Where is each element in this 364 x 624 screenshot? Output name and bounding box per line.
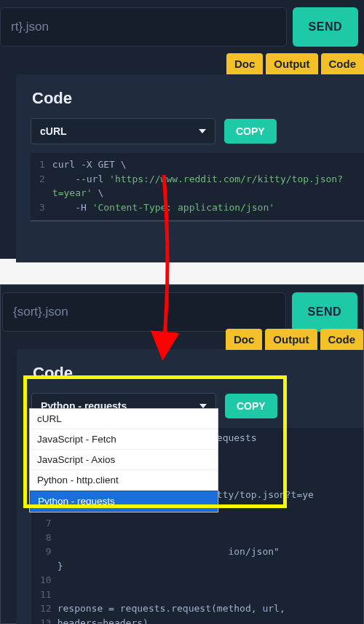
chevron-down-icon [199, 129, 206, 133]
copy-button[interactable]: COPY [224, 119, 277, 144]
tab-bar: Doc Output Code [226, 53, 364, 74]
dropdown-option-curl[interactable]: cURL [30, 409, 218, 429]
url-input[interactable]: {sort}.json [2, 292, 286, 332]
code-content: curl -X GET \ --url 'https://www.reddit.… [52, 157, 343, 214]
send-button[interactable]: SEND [293, 7, 358, 47]
language-select-value: cURL [40, 125, 67, 137]
tab-bar: Doc Output Code [226, 329, 363, 350]
section-title: Code [16, 74, 364, 118]
code-block: 123 curl -X GET \ --url 'https://www.red… [31, 153, 364, 222]
dropdown-option-js-fetch[interactable]: JavaScript - Fetch [30, 429, 218, 450]
copy-button[interactable]: COPY [225, 394, 277, 418]
tab-doc[interactable]: Doc [226, 329, 262, 350]
dropdown-option-python-httpclient[interactable]: Python - http.client [30, 470, 218, 491]
tab-doc[interactable]: Doc [226, 53, 263, 74]
line-numbers: 123 [31, 157, 52, 214]
url-bar: rt}.json SEND [0, 0, 364, 54]
language-dropdown-menu[interactable]: cURL JavaScript - Fetch JavaScript - Axi… [29, 408, 218, 512]
dropdown-option-python-requests[interactable]: Python - requests [30, 491, 218, 512]
tab-output[interactable]: Output [266, 53, 317, 74]
dropdown-option-js-axios[interactable]: JavaScript - Axios [30, 450, 218, 470]
section-title: Code [17, 349, 363, 393]
tab-code[interactable]: Code [321, 53, 365, 74]
language-select[interactable]: cURL [31, 118, 215, 144]
send-button[interactable]: SEND [292, 292, 357, 332]
code-card: Doc Output Code Code cURL COPY 123 curl … [16, 74, 364, 262]
tab-code[interactable]: Code [320, 329, 364, 350]
top-screenshot: rt}.json SEND Doc Output Code Code cURL … [0, 0, 364, 259]
tab-output[interactable]: Output [265, 329, 317, 350]
url-input[interactable]: rt}.json [0, 7, 287, 47]
